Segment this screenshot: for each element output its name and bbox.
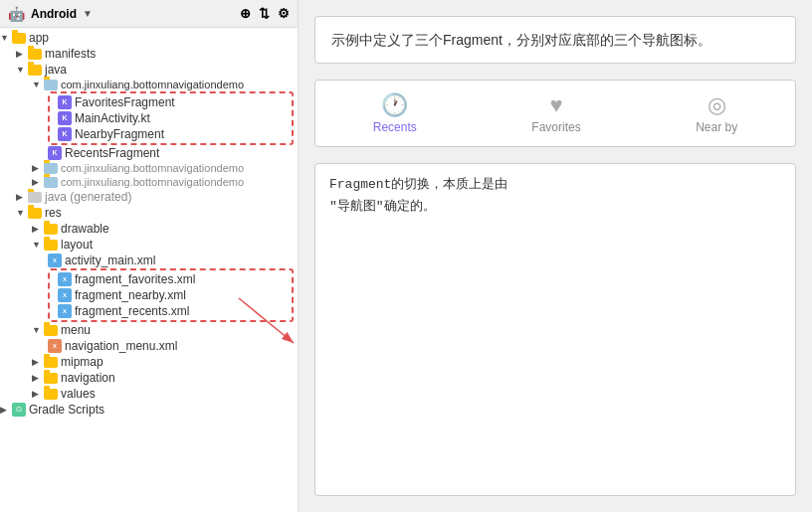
nav-item-favorites[interactable]: ♥ Favorites: [511, 88, 600, 138]
tree-item-fragment-recents-xml[interactable]: X fragment_recents.xml: [50, 303, 292, 319]
nav-item-nearby[interactable]: ◎ Near by: [676, 88, 757, 138]
arrow-icon: ▶: [32, 389, 44, 399]
folder-icon: [44, 240, 58, 251]
arrow-icon: ▶: [0, 405, 12, 415]
tree-label: FavoritesFragment: [75, 95, 175, 109]
arrow-icon: ▶: [32, 177, 44, 187]
tree-item-drawable[interactable]: ▶ drawable: [0, 221, 298, 237]
tree-item-activity-main[interactable]: X activity_main.xml: [0, 253, 298, 268]
arrow-icon: ▶: [32, 224, 44, 234]
tree-item-fragment-favorites-xml[interactable]: X fragment_favorites.xml: [50, 271, 292, 287]
nav-label-favorites: Favorites: [531, 120, 580, 134]
folder-icon: [28, 208, 42, 219]
tree-item-package[interactable]: ▼ com.jinxuliang.bottomnavigationdemo: [0, 78, 298, 91]
tree-item-package3[interactable]: ▶ com.jinxuliang.bottomnavigationdemo: [0, 175, 298, 189]
tree-item-menu[interactable]: ▼ menu: [0, 322, 298, 338]
dashed-group-xml: X fragment_favorites.xml X fragment_near…: [48, 268, 294, 322]
file-tree: ▼ app ▶ manifests ▼ java ▼ com.jinxulian…: [0, 28, 298, 512]
panel-title: Android: [31, 7, 77, 21]
dashed-group-kt: K FavoritesFragment K MainActivity.kt K …: [48, 91, 294, 145]
kt-icon: K: [48, 146, 62, 160]
arrow-icon: ▶: [16, 49, 28, 59]
tree-label: java (generated): [45, 190, 131, 204]
tree-label: values: [61, 387, 96, 401]
arrow-icon: ▼: [0, 33, 12, 43]
kt-icon: K: [58, 111, 72, 125]
tree-item-favorites-fragment[interactable]: K FavoritesFragment: [50, 94, 292, 110]
tree-item-layout[interactable]: ▼ layout: [0, 237, 298, 253]
tree-label: layout: [61, 238, 93, 252]
folder-icon: [44, 373, 58, 384]
tree-label: app: [29, 31, 49, 45]
package-icon: [44, 177, 58, 188]
kt-icon: K: [58, 127, 72, 141]
tree-label: fragment_recents.xml: [75, 304, 189, 318]
tree-item-gradle-scripts[interactable]: ▶ G Gradle Scripts: [0, 402, 298, 418]
tree-item-java-generated[interactable]: ▶ java (generated): [0, 189, 298, 205]
favorites-icon: ♥: [549, 92, 562, 118]
tree-label: com.jinxuliang.bottomnavigationdemo: [61, 162, 244, 174]
annotation-text-bottom: Fragment的切换，本质上是由"导航图"确定的。: [329, 177, 508, 214]
right-panel: 示例中定义了三个Fragment，分别对应底部的三个导航图标。 🕐 Recent…: [299, 0, 812, 512]
xml-icon: X: [58, 272, 72, 286]
tree-item-recents-fragment[interactable]: K RecentsFragment: [0, 145, 298, 161]
android-icon: 🤖: [8, 6, 25, 22]
folder-icon: [44, 224, 58, 235]
tree-label: RecentsFragment: [65, 146, 159, 160]
xml-icon: X: [58, 304, 72, 318]
tree-item-mipmap[interactable]: ▶ mipmap: [0, 354, 298, 370]
tree-item-nearby-fragment[interactable]: K NearbyFragment: [50, 126, 292, 142]
tree-item-manifests[interactable]: ▶ manifests: [0, 46, 298, 62]
sync-icon[interactable]: ⊕: [240, 6, 251, 21]
nav-label-nearby: Near by: [696, 120, 737, 134]
nearby-icon: ◎: [708, 92, 726, 118]
folder-icon: [44, 357, 58, 368]
annotation-box-top: 示例中定义了三个Fragment，分别对应底部的三个导航图标。: [314, 16, 796, 64]
xml-icon: X: [48, 339, 62, 353]
tree-item-app[interactable]: ▼ app: [0, 30, 298, 46]
tree-label: activity_main.xml: [65, 254, 155, 267]
tree-label: fragment_favorites.xml: [75, 272, 195, 286]
arrow-icon: ▶: [32, 163, 44, 173]
settings-icon[interactable]: ⚙: [278, 6, 290, 21]
panel-header: 🤖 Android ▼ ⊕ ⇅ ⚙: [0, 0, 298, 28]
tree-item-navigation[interactable]: ▶ navigation: [0, 370, 298, 386]
folder-icon: [28, 49, 42, 60]
arrow-icon: ▼: [16, 65, 28, 75]
dropdown-icon[interactable]: ▼: [83, 8, 93, 19]
tree-label: com.jinxuliang.bottomnavigationdemo: [61, 176, 244, 188]
file-tree-panel: 🤖 Android ▼ ⊕ ⇅ ⚙ ▼ app ▶ manifests ▼ ja…: [0, 0, 299, 512]
arrow-icon: ▶: [32, 357, 44, 367]
tree-label: manifests: [45, 47, 96, 61]
arrow-icon: ▼: [32, 325, 44, 335]
tree-item-package2[interactable]: ▶ com.jinxuliang.bottomnavigationdemo: [0, 161, 298, 175]
tree-label: navigation_menu.xml: [65, 339, 177, 353]
structure-icon[interactable]: ⇅: [259, 6, 270, 21]
tree-item-navigation-menu[interactable]: X navigation_menu.xml: [0, 338, 298, 354]
recents-icon: 🕐: [381, 92, 408, 118]
folder-icon: [44, 389, 58, 400]
xml-icon: X: [58, 288, 72, 302]
xml-icon: X: [48, 254, 62, 267]
tree-label: menu: [61, 323, 91, 337]
tree-label: java: [45, 63, 67, 77]
tree-item-res[interactable]: ▼ res: [0, 205, 298, 221]
folder-icon: [28, 192, 42, 203]
gradle-icon: G: [12, 403, 26, 417]
annotation-text-top: 示例中定义了三个Fragment，分别对应底部的三个导航图标。: [331, 32, 711, 48]
arrow-icon: ▶: [16, 192, 28, 202]
nav-item-recents[interactable]: 🕐 Recents: [353, 88, 437, 138]
tree-label: NearbyFragment: [75, 127, 164, 141]
tree-item-values[interactable]: ▶ values: [0, 386, 298, 402]
folder-icon: [44, 325, 58, 336]
nav-label-recents: Recents: [373, 120, 417, 134]
tree-label: Gradle Scripts: [29, 403, 104, 417]
kt-icon: K: [58, 95, 72, 109]
tree-item-java[interactable]: ▼ java: [0, 62, 298, 78]
arrow-icon: ▶: [32, 373, 44, 383]
panel-header-icons: ⊕ ⇅ ⚙: [240, 6, 290, 21]
tree-label: com.jinxuliang.bottomnavigationdemo: [61, 79, 244, 90]
bottom-nav-preview: 🕐 Recents ♥ Favorites ◎ Near by: [314, 80, 796, 147]
tree-item-mainactivity[interactable]: K MainActivity.kt: [50, 110, 292, 126]
tree-item-fragment-nearby-xml[interactable]: X fragment_nearby.xml: [50, 287, 292, 303]
